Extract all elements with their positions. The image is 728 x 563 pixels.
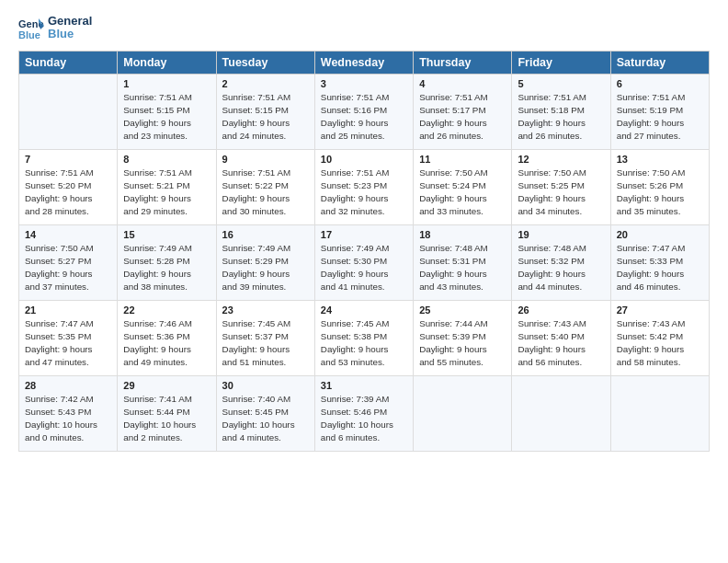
day-number: 3 [321, 78, 407, 89]
day-number: 15 [123, 229, 210, 240]
calendar-table: SundayMondayTuesdayWednesdayThursdayFrid… [18, 51, 710, 452]
calendar-cell: 29Sunrise: 7:41 AM Sunset: 5:44 PM Dayli… [118, 375, 216, 451]
calendar-cell: 10Sunrise: 7:51 AM Sunset: 5:23 PM Dayli… [314, 149, 413, 224]
day-info: Sunrise: 7:41 AM Sunset: 5:44 PM Dayligh… [123, 393, 210, 445]
day-number: 19 [518, 229, 604, 240]
day-info: Sunrise: 7:49 AM Sunset: 5:29 PM Dayligh… [222, 242, 309, 294]
header-cell-monday: Monday [118, 51, 216, 74]
day-number: 12 [518, 154, 604, 165]
header-cell-friday: Friday [512, 51, 610, 74]
day-info: Sunrise: 7:51 AM Sunset: 5:20 PM Dayligh… [25, 167, 111, 219]
week-row-2: 7Sunrise: 7:51 AM Sunset: 5:20 PM Daylig… [19, 149, 710, 224]
day-number: 5 [518, 78, 604, 89]
calendar-cell: 19Sunrise: 7:48 AM Sunset: 5:32 PM Dayli… [512, 224, 610, 300]
day-number: 16 [222, 229, 309, 240]
day-info: Sunrise: 7:48 AM Sunset: 5:32 PM Dayligh… [518, 242, 604, 294]
calendar-cell [19, 74, 118, 149]
day-info: Sunrise: 7:50 AM Sunset: 5:24 PM Dayligh… [419, 167, 506, 219]
calendar-cell: 3Sunrise: 7:51 AM Sunset: 5:16 PM Daylig… [314, 74, 413, 149]
logo-text-general: General [48, 15, 92, 28]
day-info: Sunrise: 7:49 AM Sunset: 5:30 PM Dayligh… [321, 242, 407, 294]
day-number: 7 [25, 154, 111, 165]
header-cell-tuesday: Tuesday [216, 51, 314, 74]
day-number: 21 [25, 304, 111, 316]
day-info: Sunrise: 7:51 AM Sunset: 5:18 PM Dayligh… [518, 91, 604, 144]
calendar-cell: 22Sunrise: 7:46 AM Sunset: 5:36 PM Dayli… [118, 300, 216, 375]
calendar-cell: 7Sunrise: 7:51 AM Sunset: 5:20 PM Daylig… [19, 149, 118, 224]
day-number: 18 [419, 229, 506, 240]
day-number: 20 [617, 229, 703, 240]
day-number: 25 [419, 304, 506, 316]
calendar-cell: 17Sunrise: 7:49 AM Sunset: 5:30 PM Dayli… [314, 224, 413, 300]
calendar-cell: 12Sunrise: 7:50 AM Sunset: 5:25 PM Dayli… [512, 149, 610, 224]
day-info: Sunrise: 7:51 AM Sunset: 5:15 PM Dayligh… [123, 91, 210, 144]
day-info: Sunrise: 7:50 AM Sunset: 5:25 PM Dayligh… [518, 167, 604, 219]
day-number: 31 [321, 380, 407, 391]
week-row-4: 21Sunrise: 7:47 AM Sunset: 5:35 PM Dayli… [19, 300, 710, 375]
day-number: 2 [222, 78, 309, 89]
week-row-3: 14Sunrise: 7:50 AM Sunset: 5:27 PM Dayli… [19, 224, 710, 300]
day-number: 13 [617, 154, 703, 165]
day-info: Sunrise: 7:48 AM Sunset: 5:31 PM Dayligh… [419, 242, 506, 294]
day-number: 29 [123, 380, 210, 391]
calendar-cell: 4Sunrise: 7:51 AM Sunset: 5:17 PM Daylig… [414, 74, 512, 149]
calendar-cell: 1Sunrise: 7:51 AM Sunset: 5:15 PM Daylig… [118, 74, 216, 149]
header-cell-saturday: Saturday [610, 51, 709, 74]
day-number: 14 [25, 229, 111, 240]
calendar-cell: 20Sunrise: 7:47 AM Sunset: 5:33 PM Dayli… [610, 224, 709, 300]
day-number: 30 [222, 380, 309, 391]
day-number: 26 [518, 304, 604, 316]
day-info: Sunrise: 7:47 AM Sunset: 5:35 PM Dayligh… [25, 317, 111, 370]
logo-icon: General Blue [18, 15, 44, 40]
day-info: Sunrise: 7:50 AM Sunset: 5:26 PM Dayligh… [617, 167, 703, 219]
day-info: Sunrise: 7:43 AM Sunset: 5:42 PM Dayligh… [617, 317, 703, 370]
calendar-cell: 16Sunrise: 7:49 AM Sunset: 5:29 PM Dayli… [216, 224, 314, 300]
calendar-cell: 27Sunrise: 7:43 AM Sunset: 5:42 PM Dayli… [610, 300, 709, 375]
calendar-cell: 15Sunrise: 7:49 AM Sunset: 5:28 PM Dayli… [118, 224, 216, 300]
calendar-cell [610, 375, 709, 451]
day-info: Sunrise: 7:51 AM Sunset: 5:16 PM Dayligh… [321, 91, 407, 144]
calendar-cell: 2Sunrise: 7:51 AM Sunset: 5:15 PM Daylig… [216, 74, 314, 149]
day-number: 1 [123, 78, 210, 89]
header-cell-thursday: Thursday [414, 51, 512, 74]
day-number: 28 [25, 380, 111, 391]
logo: General Blue General Blue [18, 15, 92, 41]
calendar-cell: 18Sunrise: 7:48 AM Sunset: 5:31 PM Dayli… [414, 224, 512, 300]
calendar-cell: 21Sunrise: 7:47 AM Sunset: 5:35 PM Dayli… [19, 300, 118, 375]
calendar-cell: 5Sunrise: 7:51 AM Sunset: 5:18 PM Daylig… [512, 74, 610, 149]
day-info: Sunrise: 7:42 AM Sunset: 5:43 PM Dayligh… [25, 393, 111, 445]
day-info: Sunrise: 7:51 AM Sunset: 5:19 PM Dayligh… [617, 91, 703, 144]
day-number: 10 [321, 154, 407, 165]
calendar-cell: 24Sunrise: 7:45 AM Sunset: 5:38 PM Dayli… [314, 300, 413, 375]
calendar-cell: 14Sunrise: 7:50 AM Sunset: 5:27 PM Dayli… [19, 224, 118, 300]
calendar-cell: 23Sunrise: 7:45 AM Sunset: 5:37 PM Dayli… [216, 300, 314, 375]
day-number: 6 [617, 78, 703, 89]
calendar-cell: 26Sunrise: 7:43 AM Sunset: 5:40 PM Dayli… [512, 300, 610, 375]
calendar-cell [512, 375, 610, 451]
calendar-cell: 31Sunrise: 7:39 AM Sunset: 5:46 PM Dayli… [314, 375, 413, 451]
day-number: 24 [321, 304, 407, 316]
day-info: Sunrise: 7:40 AM Sunset: 5:45 PM Dayligh… [222, 393, 309, 445]
svg-text:Blue: Blue [18, 29, 40, 40]
day-info: Sunrise: 7:51 AM Sunset: 5:21 PM Dayligh… [123, 167, 210, 219]
week-row-5: 28Sunrise: 7:42 AM Sunset: 5:43 PM Dayli… [19, 375, 710, 451]
day-number: 23 [222, 304, 309, 316]
calendar-cell: 6Sunrise: 7:51 AM Sunset: 5:19 PM Daylig… [610, 74, 709, 149]
day-info: Sunrise: 7:51 AM Sunset: 5:23 PM Dayligh… [321, 167, 407, 219]
day-number: 27 [617, 304, 703, 316]
day-number: 22 [123, 304, 210, 316]
calendar-cell: 9Sunrise: 7:51 AM Sunset: 5:22 PM Daylig… [216, 149, 314, 224]
day-info: Sunrise: 7:45 AM Sunset: 5:37 PM Dayligh… [222, 317, 309, 370]
calendar-cell: 8Sunrise: 7:51 AM Sunset: 5:21 PM Daylig… [118, 149, 216, 224]
day-info: Sunrise: 7:43 AM Sunset: 5:40 PM Dayligh… [518, 317, 604, 370]
day-info: Sunrise: 7:39 AM Sunset: 5:46 PM Dayligh… [321, 393, 407, 445]
day-info: Sunrise: 7:50 AM Sunset: 5:27 PM Dayligh… [25, 242, 111, 294]
header-cell-wednesday: Wednesday [314, 51, 413, 74]
calendar-cell: 30Sunrise: 7:40 AM Sunset: 5:45 PM Dayli… [216, 375, 314, 451]
day-number: 11 [419, 154, 506, 165]
day-info: Sunrise: 7:46 AM Sunset: 5:36 PM Dayligh… [123, 317, 210, 370]
calendar-cell: 13Sunrise: 7:50 AM Sunset: 5:26 PM Dayli… [610, 149, 709, 224]
day-info: Sunrise: 7:51 AM Sunset: 5:22 PM Dayligh… [222, 167, 309, 219]
day-number: 17 [321, 229, 407, 240]
calendar-cell: 11Sunrise: 7:50 AM Sunset: 5:24 PM Dayli… [414, 149, 512, 224]
